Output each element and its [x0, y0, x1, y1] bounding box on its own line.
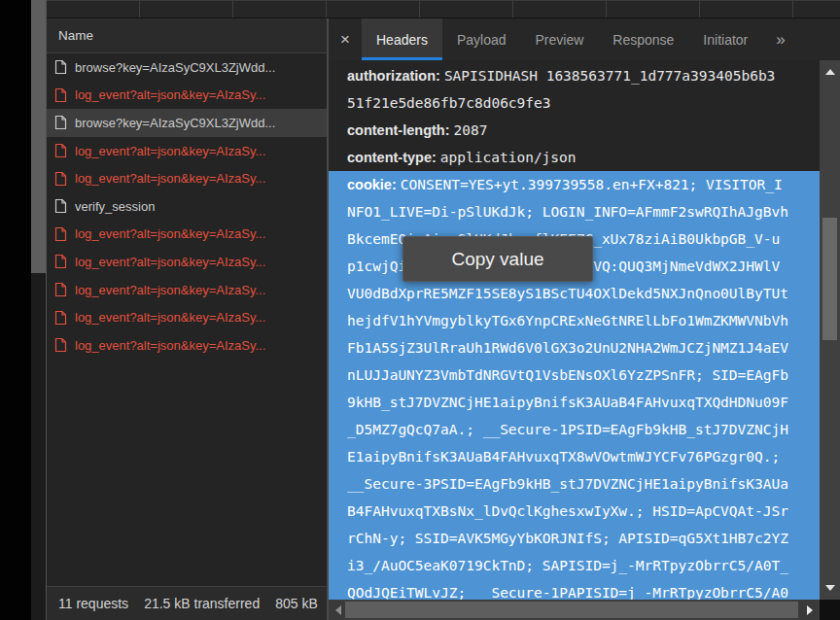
request-row[interactable]: verify_session	[47, 192, 327, 221]
header-line: E1aipyBnifsK3AUaB4FAHvuxqTX8wVOwtmWJYCFv…	[329, 443, 820, 470]
name-column-label: Name	[58, 28, 93, 43]
header-line: cookie: CONSENT=YES+yt.399739558.en+FX+8…	[329, 171, 820, 198]
overview-cell	[233, 0, 327, 17]
name-column-header[interactable]: Name	[47, 18, 327, 53]
header-entry-authorization[interactable]: authorization: SAPISIDHASH 1638563771_1d…	[329, 62, 820, 117]
request-row[interactable]: log_event?alt=json&key=AIzaSy...	[47, 82, 327, 110]
header-line: content-length: 2087	[329, 117, 820, 144]
header-line: QOdJQEiTWLvJZ; __Secure-1PAPISID=j_-MrRT…	[329, 579, 820, 600]
horizontal-scrollbar-thumb[interactable]	[345, 602, 798, 618]
copy-value-label: Copy value	[451, 249, 543, 270]
devtools-panel: Name browse?key=AIzaSyC9XL3ZjWdd... log_…	[46, 0, 840, 620]
copy-value-menu-item[interactable]: Copy value	[402, 236, 593, 282]
header-line: nLUJJaUNYZ3VmbTdNRGVtQ1VsbENsOXl6YzZPSnF…	[329, 362, 820, 389]
document-icon	[54, 115, 67, 130]
tab-label: Initiator	[703, 32, 748, 48]
header-line: content-type: application/json	[329, 144, 820, 171]
request-name: log_event?alt=json&key=AIzaSy...	[75, 338, 265, 353]
request-name: log_event?alt=json&key=AIzaSy...	[75, 310, 265, 325]
header-line: rChN-y; SSID=AVK5MGyYbKORJNIfS; APISID=q…	[329, 525, 820, 552]
request-row[interactable]: log_event?alt=json&key=AIzaSy...	[47, 248, 327, 276]
overview-cell	[47, 0, 140, 17]
request-name: verify_session	[75, 199, 155, 214]
request-row[interactable]: browse?key=AIzaSyC9XL3ZjWdd...	[47, 109, 327, 137]
request-row[interactable]: log_event?alt=json&key=AIzaSy...	[47, 303, 327, 331]
request-name: browse?key=AIzaSyC9XL3ZjWdd...	[75, 60, 275, 75]
request-detail-panel: × Headers Payload Preview Response Initi…	[327, 18, 840, 620]
network-overview-strip	[47, 0, 840, 18]
tab-label: Preview	[536, 32, 584, 48]
header-entry-content-type[interactable]: content-type: application/json	[329, 144, 820, 171]
overview-cell	[327, 0, 420, 17]
tab-payload[interactable]: Payload	[442, 18, 521, 60]
close-icon[interactable]: ×	[329, 18, 362, 60]
document-icon	[54, 226, 67, 242]
request-name: log_event?alt=json&key=AIzaSy...	[75, 144, 265, 158]
overview-cell	[420, 0, 513, 17]
document-icon	[54, 310, 67, 326]
request-count: 11 requests	[58, 596, 128, 611]
scroll-up-icon[interactable]	[825, 69, 835, 75]
tab-preview[interactable]: Preview	[521, 18, 599, 60]
request-row[interactable]: log_event?alt=json&key=AIzaSy...	[47, 164, 327, 192]
header-line: __Secure-3PSID=EAgFb9kHB_stJ7DVZNCjHE1ai…	[329, 470, 820, 498]
tab-headers[interactable]: Headers	[362, 18, 442, 60]
overview-cell	[793, 0, 840, 17]
request-list: browse?key=AIzaSyC9XL3ZjWdd... log_event…	[47, 53, 327, 586]
detail-tab-bar: × Headers Payload Preview Response Initi…	[329, 18, 840, 60]
network-status-bar: 11 requests 21.5 kB transferred 805 kB	[47, 586, 327, 620]
request-row[interactable]: log_event?alt=json&key=AIzaSy...	[47, 276, 327, 304]
overview-cell	[607, 0, 700, 17]
header-line: authorization: SAPISIDHASH 1638563771_1d…	[329, 62, 820, 89]
scroll-down-icon[interactable]	[825, 585, 835, 591]
tab-container: Headers Payload Preview Response Initiat…	[362, 18, 762, 60]
document-icon	[54, 59, 67, 75]
devtools-screenshot: Name browse?key=AIzaSyC9XL3ZjWdd... log_…	[0, 0, 840, 620]
document-icon	[54, 171, 67, 187]
vertical-scrollbar[interactable]	[820, 60, 840, 600]
header-line: NFO1_LIVE=Di-pSlUKdJk; LOGIN_INFO=AFmmF2…	[329, 198, 820, 225]
resources-size: 805 kB	[275, 596, 318, 611]
request-name: log_event?alt=json&key=AIzaSy...	[75, 283, 265, 297]
tab-response[interactable]: Response	[598, 18, 688, 60]
more-tabs-icon[interactable]: »	[766, 18, 794, 60]
request-row[interactable]: log_event?alt=json&key=AIzaSy...	[47, 137, 327, 165]
network-request-panel: Name browse?key=AIzaSyC9XL3ZjWdd... log_…	[47, 18, 327, 620]
page-background	[0, 0, 31, 620]
request-row[interactable]: log_event?alt=json&key=AIzaSy...	[47, 331, 327, 360]
tab-initiator[interactable]: Initiator	[688, 18, 762, 60]
scroll-right-icon[interactable]	[807, 605, 813, 615]
request-row[interactable]: log_event?alt=json&key=AIzaSy...	[47, 221, 327, 249]
header-line: Fb1A5SjZ3UlRraUh1RWd6V0lGX3o2UnU2NHA2WmJ…	[329, 334, 820, 362]
header-line: 51f21e5de86fb7c8d06c9fe3	[329, 89, 820, 117]
document-icon	[54, 282, 67, 297]
header-entry-content-length[interactable]: content-length: 2087	[329, 117, 820, 144]
horizontal-scrollbar[interactable]	[329, 600, 820, 620]
document-icon	[54, 198, 67, 214]
header-line: i3_/AuOC5eaK0719CkTnD; SAPISID=j_-MrRTpy…	[329, 552, 820, 579]
header-line: B4FAHvuxqTXBsNx_lDvQclKghesxwIyXw.; HSID…	[329, 498, 820, 525]
overview-cell	[140, 0, 233, 17]
request-name: log_event?alt=json&key=AIzaSy...	[75, 255, 265, 269]
scroll-left-icon[interactable]	[335, 605, 341, 615]
request-name: log_event?alt=json&key=AIzaSy...	[75, 171, 265, 186]
document-icon	[54, 87, 67, 103]
vertical-scrollbar-thumb[interactable]	[822, 218, 837, 340]
document-icon	[54, 337, 67, 353]
header-line: VU0dBdXprRE5MZF15SE8yS1BScTU4OXlDekd5NXJ…	[329, 280, 820, 307]
headers-content: authorization: SAPISIDHASH 1638563771_1d…	[329, 60, 820, 600]
overview-cell	[700, 0, 793, 17]
transferred-size: 21.5 kB transferred	[144, 596, 260, 611]
document-icon	[54, 254, 67, 269]
document-icon	[54, 143, 67, 158]
page-scrollbar[interactable]	[31, 0, 46, 620]
request-name: log_event?alt=json&key=AIzaSy...	[75, 87, 265, 102]
header-line: 9kHB_stJ7DVZNCjHE1aipyBnifsK3AUaB4FAHvux…	[329, 389, 820, 416]
page-scrollbar-thumb[interactable]	[31, 0, 46, 273]
overview-cell	[513, 0, 607, 17]
tab-label: Payload	[457, 32, 507, 48]
request-row[interactable]: browse?key=AIzaSyC9XL3ZjWdd...	[47, 53, 327, 82]
request-name: log_event?alt=json&key=AIzaSy...	[75, 226, 265, 241]
tab-label: Headers	[376, 32, 428, 48]
request-name: browse?key=AIzaSyC9XL3ZjWdd...	[75, 116, 275, 130]
